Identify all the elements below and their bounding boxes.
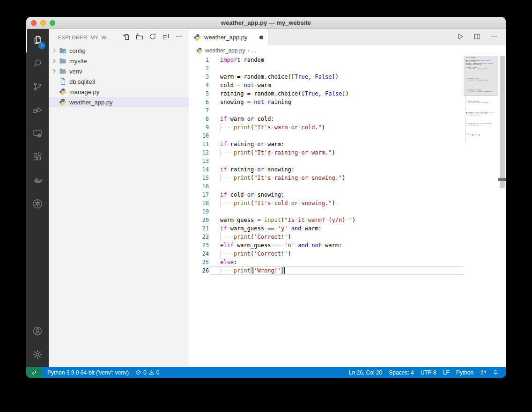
remote-indicator[interactable] [26,367,42,378]
activity-item-extensions[interactable] [26,146,49,169]
dirty-indicator-icon[interactable] [259,36,263,39]
activity-item-accounts[interactable] [26,320,49,344]
breadcrumb: weather_app.py › ... [189,45,506,56]
cursor-position-status[interactable]: Ln 26, Col 20 [346,369,385,376]
scrollbar [498,56,506,367]
tree-item-venv[interactable]: venv [49,66,189,76]
close-button[interactable] [31,20,37,26]
code-editor[interactable]: 1import·random23warm·=·random.choice([Tr… [189,56,506,367]
tree-item-weather_app.py[interactable]: weather_app.py [49,97,189,107]
code-line-2[interactable]: 2 [189,64,464,73]
code-line-25[interactable]: 25else: [189,258,464,266]
settings-icon [32,349,43,362]
activity-item-remote-explorer[interactable] [26,123,49,146]
python-icon [196,47,203,54]
new-folder-button[interactable] [134,32,145,43]
tree-item-db.sqlite3[interactable]: db.sqlite3 [49,76,189,87]
minimize-button[interactable] [40,20,46,26]
line-number: 20 [189,216,209,224]
code-line-8[interactable]: 8if·warm·or·cold: [189,115,464,123]
code-line-5[interactable]: 5raining·=·random.choice([True,·False]) [189,89,464,98]
code-line-6[interactable]: 6snowing·=·not·raining [189,98,464,106]
warning-icon [148,369,155,375]
code-line-7[interactable]: 7 [189,106,464,115]
split-editor-button[interactable] [472,32,482,43]
code-line-20[interactable]: 20warm_guess·=·input("Is·it·warm?·(y/n)·… [189,216,464,224]
code-line-15[interactable]: 15····print("It's·raining·or·snowing.") [189,174,464,182]
tree-item-label: weather_app.py [69,99,113,106]
kubernetes-icon [32,198,43,211]
code-line-22[interactable]: 22····print('Correct!') [189,233,464,241]
line-number: 6 [189,98,209,106]
remote-explorer-icon [32,128,43,141]
activity-item-settings[interactable] [26,344,49,367]
run-python-file-button[interactable] [455,32,466,43]
tree-item-label: manage.py [69,88,99,96]
activity-item-run-debug[interactable] [26,99,49,123]
encoding-status[interactable]: UTF-8 [417,369,440,376]
more-actions-button[interactable] [174,32,184,43]
refresh-button[interactable] [148,32,158,43]
code-line-24[interactable]: 24····print('Correct!') [189,250,464,258]
code-line-21[interactable]: 21if·warm_guess·==·'y'·and·warm: [189,224,464,233]
window-title: weather_app.py — my_website [221,19,311,26]
indentation-label: Spaces: 4 [389,369,414,376]
python-interpreter-status[interactable]: Python 3.9.0 64-bit ('venv': venv) [44,369,132,376]
feedback-button[interactable] [477,369,489,375]
tab-weather-app[interactable]: weather_app.py [189,29,268,45]
line-number: 16 [189,182,209,191]
new-file-button[interactable] [121,32,132,43]
zoom-button[interactable] [50,20,55,26]
code-line-3[interactable]: 3warm·=·random.choice([True,·False]) [189,73,464,81]
code-line-14[interactable]: 14if·raining·or·snowing: [189,165,464,174]
editor-group: weather_app.py weather_app.py › ... 1imp… [189,29,506,367]
folder-icon [59,67,66,75]
code-line-9[interactable]: 9····print("It's·warm·or·cold.") [189,123,464,132]
breadcrumb-more[interactable]: ... [251,47,256,54]
line-number: 8 [189,115,209,123]
code-line-13[interactable]: 13 [189,157,464,165]
line-number: 23 [189,241,209,250]
code-line-11[interactable]: 11if·raining·or·warm: [189,140,464,148]
chevron-right-icon [51,67,58,75]
code-line-4[interactable]: 4cold·=·not·warm [189,81,464,89]
indentation-status[interactable]: Spaces: 4 [385,369,417,376]
activity-item-docker[interactable] [26,169,49,193]
tree-item-config[interactable]: config [49,45,189,56]
code-line-26[interactable]: 26····print('Wrong!') [189,266,464,275]
collapse-all-button[interactable] [161,32,171,43]
explorer-header: EXPLORER: MY_W... [49,29,189,45]
activity-item-search[interactable] [26,52,49,76]
code-line-16[interactable]: 16 [189,182,464,191]
folder-icon [59,57,66,65]
code-line-17[interactable]: 17if·cold·or·snowing: [189,191,464,199]
activity-item-source-control[interactable] [26,76,49,99]
collapse-all-icon [162,33,170,42]
code-line-12[interactable]: 12····print("It's·raining·or·warm.") [189,148,464,157]
file-db-icon [59,78,66,85]
eol-status[interactable]: LF [440,369,453,376]
code-line-18[interactable]: 18····print("It's·cold·or·snowing.")·· [189,199,464,207]
minimap[interactable]: import·random warm·=·random.choice([True… [464,56,498,367]
line-number: 5 [189,89,209,98]
activity-bar: 1 [26,29,49,367]
language-mode-status[interactable]: Python [453,369,477,376]
code-line-23[interactable]: 23elif·warm_guess·==·'n'·and·not·warm: [189,241,464,250]
notifications-button[interactable] [489,369,502,375]
problems-status[interactable]: 0 0 [132,369,163,376]
more-actions-button[interactable] [489,32,499,43]
tree-item-manage.py[interactable]: manage.py [49,87,189,97]
scrollbar-slider[interactable] [500,56,505,188]
code-line-19[interactable]: 19 [189,207,464,216]
accounts-icon [32,325,43,338]
tree-indent [51,78,58,85]
activity-item-explorer[interactable]: 1 [26,29,49,52]
more-actions-icon [175,33,183,42]
feedback-icon [480,369,486,375]
tree-item-mysite[interactable]: mysite [49,56,189,66]
activity-item-kubernetes[interactable] [26,193,49,216]
code-line-10[interactable]: 10 [189,132,464,140]
error-icon [135,369,141,375]
breadcrumb-file[interactable]: weather_app.py [205,47,245,54]
code-line-1[interactable]: 1import·random [189,56,464,64]
